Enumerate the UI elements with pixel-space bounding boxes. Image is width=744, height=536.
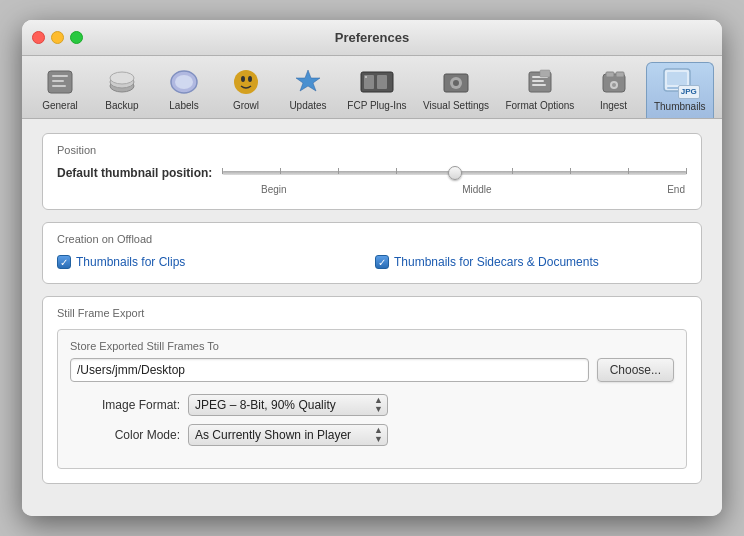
svg-rect-31	[667, 72, 687, 85]
svg-point-29	[612, 83, 616, 87]
still-frame-section-title: Still Frame Export	[57, 307, 687, 319]
position-section-title: Position	[57, 144, 687, 156]
position-section: Position Default thumbnail position:	[42, 133, 702, 210]
growl-icon	[228, 66, 264, 98]
creation-section-title: Creation on Offload	[57, 233, 687, 245]
toolbar-label-backup: Backup	[105, 100, 138, 111]
thumbnails-sidecars-label: Thumbnails for Sidecars & Documents	[394, 255, 599, 269]
svg-rect-2	[52, 80, 64, 82]
svg-rect-15	[377, 75, 387, 89]
thumbnails-sidecars-checkbox-item: ✓ Thumbnails for Sidecars & Documents	[375, 255, 687, 269]
svg-rect-23	[532, 84, 546, 86]
toolbar-item-labels[interactable]: Labels	[154, 62, 214, 118]
svg-point-8	[175, 75, 193, 89]
toolbar-item-backup[interactable]: Backup	[92, 62, 152, 118]
slider-label: Default thumbnail position:	[57, 166, 212, 180]
content-area: Position Default thumbnail position:	[22, 119, 722, 516]
thumbnails-sidecars-checkbox[interactable]: ✓	[375, 255, 389, 269]
image-format-row: Image Format: JPEG – 8-Bit, 90% Quality …	[70, 394, 674, 416]
tick-label-end: End	[667, 184, 685, 195]
color-mode-select[interactable]: As Currently Shown in Player Original sR…	[188, 424, 388, 446]
svg-rect-24	[540, 70, 550, 77]
ingest-icon	[596, 66, 632, 98]
backup-icon	[104, 66, 140, 98]
toolbar-label-thumbnails: Thumbnails	[654, 101, 706, 112]
title-bar: Preferences	[22, 20, 722, 56]
jpg-badge: JPG	[678, 85, 700, 99]
thumbnails-clips-checkbox[interactable]: ✓	[57, 255, 71, 269]
svg-point-6	[110, 72, 134, 84]
toolbar-item-updates[interactable]: Updates	[278, 62, 338, 118]
thumbnails-clips-label: Thumbnails for Clips	[76, 255, 185, 269]
slider-thumb[interactable]	[448, 166, 462, 180]
image-format-select-wrap: JPEG – 8-Bit, 90% Quality TIFF PNG ▲▼	[188, 394, 388, 416]
svg-point-16	[365, 76, 367, 78]
format-icon	[522, 66, 558, 98]
toolbar-item-growl[interactable]: Growl	[216, 62, 276, 118]
image-format-label: Image Format:	[70, 398, 180, 412]
toolbar-label-visual: Visual Settings	[423, 100, 489, 111]
svg-rect-27	[616, 72, 624, 77]
svg-rect-22	[532, 80, 544, 82]
tick-label-middle: Middle	[462, 184, 491, 195]
image-format-select[interactable]: JPEG – 8-Bit, 90% Quality TIFF PNG	[188, 394, 388, 416]
fcp-icon	[359, 66, 395, 98]
toolbar-label-general: General	[42, 100, 78, 111]
toolbar-label-format: Format Options	[505, 100, 574, 111]
toolbar-item-general[interactable]: General	[30, 62, 90, 118]
toolbar-label-fcp: FCP Plug-Ins	[347, 100, 406, 111]
preferences-window: Preferences General	[22, 20, 722, 516]
general-icon	[42, 66, 78, 98]
toolbar-item-fcp[interactable]: FCP Plug-Ins	[340, 62, 414, 118]
still-inner-panel: Store Exported Still Frames To /Users/jm…	[57, 329, 687, 469]
store-label: Store Exported Still Frames To	[70, 340, 674, 352]
svg-rect-1	[52, 75, 68, 77]
slider-row: Default thumbnail position:	[57, 166, 687, 180]
color-mode-row: Color Mode: As Currently Shown in Player…	[70, 424, 674, 446]
svg-point-11	[248, 76, 252, 82]
toolbar-label-labels: Labels	[169, 100, 198, 111]
path-value: /Users/jmm/Desktop	[77, 363, 185, 377]
updates-icon	[290, 66, 326, 98]
path-field: /Users/jmm/Desktop	[70, 358, 589, 382]
toolbar-item-visual[interactable]: Visual Settings	[416, 62, 496, 118]
svg-point-9	[234, 70, 258, 94]
minimize-button[interactable]	[51, 31, 64, 44]
color-mode-label: Color Mode:	[70, 428, 180, 442]
svg-point-10	[241, 76, 245, 82]
toolbar: General Backup Labels	[22, 56, 722, 119]
labels-icon	[166, 66, 202, 98]
toolbar-label-growl: Growl	[233, 100, 259, 111]
toolbar-item-format[interactable]: Format Options	[498, 62, 581, 118]
svg-marker-12	[296, 70, 320, 91]
toolbar-label-ingest: Ingest	[600, 100, 627, 111]
close-button[interactable]	[32, 31, 45, 44]
maximize-button[interactable]	[70, 31, 83, 44]
thumbnails-icon: JPG	[662, 67, 698, 99]
tick-label-begin: Begin	[261, 184, 287, 195]
svg-point-19	[453, 80, 459, 86]
toolbar-item-ingest[interactable]: Ingest	[584, 62, 644, 118]
window-title: Preferences	[335, 30, 409, 45]
svg-rect-26	[606, 72, 614, 77]
thumbnail-position-slider[interactable]	[222, 171, 687, 175]
toolbar-item-thumbnails[interactable]: JPG Thumbnails	[646, 62, 714, 118]
checkbox-row: ✓ Thumbnails for Clips ✓ Thumbnails for …	[57, 255, 687, 269]
color-mode-select-wrap: As Currently Shown in Player Original sR…	[188, 424, 388, 446]
toolbar-label-updates: Updates	[289, 100, 326, 111]
svg-rect-3	[52, 85, 66, 87]
creation-section: Creation on Offload ✓ Thumbnails for Cli…	[42, 222, 702, 284]
choose-button[interactable]: Choose...	[597, 358, 674, 382]
still-frame-section: Still Frame Export Store Exported Still …	[42, 296, 702, 484]
visual-icon	[438, 66, 474, 98]
path-row: /Users/jmm/Desktop Choose...	[70, 358, 674, 382]
thumbnails-clips-checkbox-item: ✓ Thumbnails for Clips	[57, 255, 369, 269]
window-controls	[32, 31, 83, 44]
